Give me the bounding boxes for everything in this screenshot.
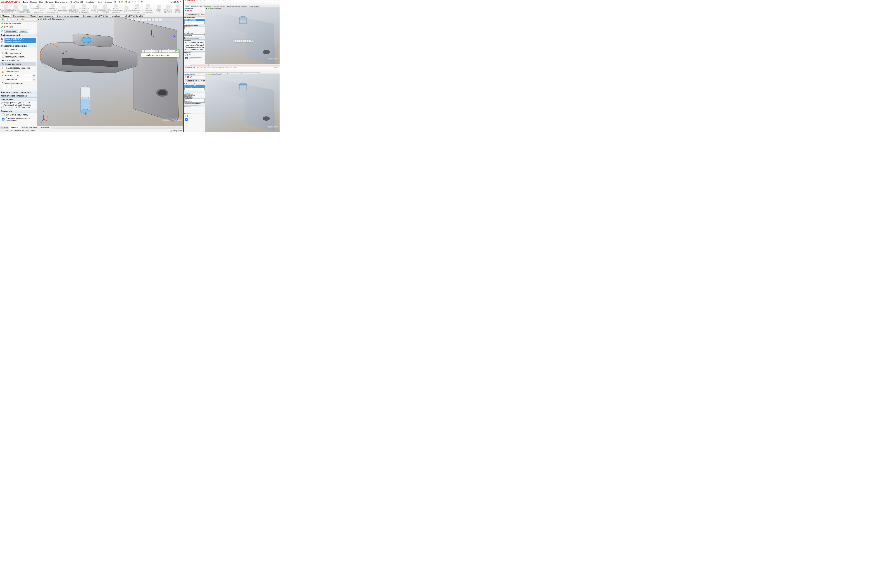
- cancel-button[interactable]: ✖: [4, 26, 6, 28]
- chevron-up-icon[interactable]: ˄: [35, 98, 36, 100]
- mate-perpendicular[interactable]: ⊥Перпендикулярность: [0, 55, 37, 59]
- graphics-viewport[interactable]: ▶ 🧩 Сборка1 (По умолчани...: [37, 18, 183, 126]
- cmd-refgeom[interactable]: Справочная геометрия: [101, 4, 109, 14]
- t-viewport[interactable]: ▶ 🧩 Сборка1 (По умолчани... ✔: [205, 8, 280, 64]
- cmd-insert-components[interactable]: Вставить компоненты: [11, 4, 20, 14]
- b-tab[interactable]: Расположение: [190, 72, 199, 74]
- b-tab[interactable]: SOLIDWORKS MBD: [248, 72, 260, 74]
- selection-1[interactable]: Грань<8>@Деталь4-1: [5, 38, 36, 40]
- pop-perpendicular[interactable]: [148, 49, 151, 53]
- b-tab[interactable]: Добавления SOLIDWORKS: [226, 72, 241, 74]
- t-dist[interactable]: [184, 33, 205, 34]
- opt-newfolder-checkbox[interactable]: [2, 114, 5, 116]
- print-icon[interactable]: 🖨: [128, 0, 131, 3]
- pnl-tab-tree[interactable]: 🧩: [0, 18, 5, 21]
- align-same-button[interactable]: [2, 85, 6, 89]
- t-ang[interactable]: [184, 34, 205, 36]
- lock-rotation-checkbox[interactable]: [3, 67, 5, 69]
- t-btab[interactable]: Трехмерные виды: [190, 64, 201, 66]
- pop-flip[interactable]: [169, 49, 172, 53]
- mate-item-2[interactable]: ↔Расстояние1 (Деталь3<1>,Детал: [1, 104, 36, 106]
- mate-item-1[interactable]: ◎Концентричный3 (Деталь1<1>,Д: [1, 102, 36, 104]
- undo-pm-icon[interactable]: ↺: [6, 26, 8, 28]
- pnl-tab-dim[interactable]: ⌖: [15, 18, 20, 21]
- pop-parallel[interactable]: [145, 49, 148, 53]
- menu-help[interactable]: Справка: [104, 0, 113, 3]
- t-subtab[interactable]: Анализ: [199, 13, 205, 16]
- cmd-showhidden[interactable]: Отобразить скрытые компоненты: [79, 4, 90, 14]
- b-menu[interactable]: Simulation: [225, 67, 230, 68]
- cmd-smartfasteners[interactable]: Автокрепежи: [59, 4, 68, 14]
- b-tab[interactable]: Simulation: [241, 72, 248, 74]
- b-menu[interactable]: Файл: [197, 67, 199, 68]
- t-tab[interactable]: Эскиз: [198, 6, 203, 7]
- open-icon[interactable]: 📂: [121, 0, 124, 3]
- mate-lock[interactable]: 🔒Заблокировать: [0, 70, 37, 73]
- t-ok[interactable]: ✔: [184, 9, 186, 12]
- tab-evaluate[interactable]: Анализировать: [37, 14, 55, 17]
- entities-icon[interactable]: 🧲: [1, 38, 3, 40]
- b-menu[interactable]: Окно: [230, 67, 233, 68]
- b-ang[interactable]: [184, 101, 205, 103]
- t-menu[interactable]: PhotoView 360: [218, 0, 224, 2]
- multimate-icon[interactable]: 🔗: [1, 41, 3, 43]
- tab-sketch[interactable]: Эскиз: [28, 14, 37, 17]
- pop-tangent[interactable]: [152, 49, 155, 53]
- cmd-preview[interactable]: Окно предварительного просмотра компонен…: [30, 4, 46, 14]
- b-menu[interactable]: Вставка: [206, 67, 210, 68]
- pin-icon[interactable]: 📌: [114, 0, 117, 3]
- b-viewport[interactable]: ▶ 🧩 Сборка1 (По умолчани... SOLIDWORKS: [205, 74, 280, 132]
- cmd-snapshot[interactable]: Сделать снимок: [174, 4, 182, 14]
- cmd-mate[interactable]: Условия сопряжения: [21, 4, 30, 14]
- t-btab[interactable]: Анимация1: [201, 64, 209, 66]
- cmd-linpattern[interactable]: Линейный массив компонентов: [47, 4, 58, 14]
- b-tab[interactable]: Инструменты отрисовки: [212, 72, 226, 74]
- tab-layout[interactable]: Расположение: [11, 14, 29, 17]
- pnl-tab-pm[interactable]: 📋: [5, 18, 10, 21]
- mate-selection-list[interactable]: Грань<8>@Деталь4-1 Грань<9>@Деталь3-1: [5, 38, 36, 43]
- distance-input[interactable]: [4, 74, 32, 77]
- t-menu[interactable]: Инструменты: [211, 0, 217, 2]
- menu-edit[interactable]: Правка: [29, 0, 38, 3]
- t-tab[interactable]: Анализировать: [203, 6, 212, 7]
- pop-concentric[interactable]: [155, 49, 158, 53]
- pop-lock[interactable]: [158, 49, 162, 53]
- b-subtab[interactable]: Сопряжения: [185, 79, 198, 82]
- pop-coincident[interactable]: [142, 49, 145, 53]
- t-mi[interactable]: Концентричный3 (Деталь1<1>,Дет...: [185, 41, 204, 44]
- popup-lockrot-checkbox[interactable]: [143, 54, 145, 56]
- t-menu[interactable]: Правка: [200, 0, 203, 2]
- chevron-down-icon[interactable]: ˅: [35, 94, 36, 97]
- t-tab[interactable]: Сборка: [184, 6, 190, 7]
- pop-align[interactable]: [172, 49, 175, 53]
- mate-parallel[interactable]: ∥Параллельность: [0, 52, 37, 55]
- b-cb[interactable]: [185, 119, 187, 121]
- t-tab[interactable]: Расположение: [190, 6, 199, 7]
- align-anti-button[interactable]: [7, 85, 11, 89]
- t-mi[interactable]: Расстояние1 (Деталь3<1>,Деталь3<...: [185, 44, 204, 46]
- b-sel[interactable]: Грань<1>@Деталь3-1Грань<2>@Деталь2-1: [184, 85, 205, 90]
- b-cancel[interactable]: ✖: [187, 76, 189, 78]
- b-pin[interactable]: 📌: [190, 76, 192, 78]
- b-tab[interactable]: Эскиз: [198, 72, 203, 74]
- chevron-up-icon[interactable]: ˄: [35, 45, 36, 47]
- t-cb[interactable]: [185, 57, 187, 59]
- cmd-bom[interactable]: Спецификация: [122, 4, 131, 14]
- cmd-edit-component[interactable]: Редактировать компонент: [1, 4, 10, 14]
- btab-anim[interactable]: Анимация1: [39, 126, 52, 129]
- t-mi[interactable]: Параллельность1 (Деталь1<1>,Де...: [185, 46, 204, 49]
- b-menu[interactable]: Вид: [204, 67, 206, 68]
- chevron-down-icon[interactable]: ˅: [35, 91, 36, 93]
- t-btab[interactable]: Модель: [184, 64, 190, 66]
- cmd-motion[interactable]: Новое исследование движения: [110, 4, 121, 14]
- t-menu[interactable]: Вставка: [206, 0, 210, 2]
- mate-coincident[interactable]: ⌇Совпадение: [0, 48, 37, 52]
- t-tab[interactable]: Добавления SOLIDWORKS: [226, 6, 241, 7]
- t-menu[interactable]: Вид: [204, 0, 206, 2]
- b-ok[interactable]: ✔: [184, 76, 186, 78]
- undo-icon[interactable]: ↶: [131, 0, 134, 3]
- menu-insert[interactable]: Вставка: [44, 0, 54, 3]
- menu-file[interactable]: Файл: [22, 0, 29, 3]
- cmd-explodesketch[interactable]: Эскиз с линиями разнесения: [143, 4, 153, 14]
- b-menu[interactable]: PhotoView 360: [218, 67, 224, 68]
